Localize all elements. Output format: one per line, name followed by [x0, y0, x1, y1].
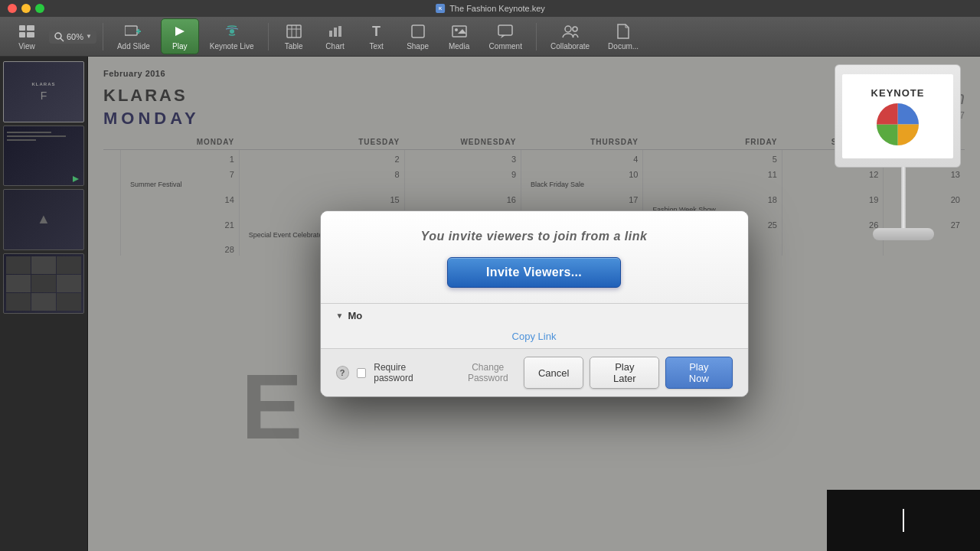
mac-titlebar: K The Fashion Keynote.key	[0, 0, 980, 17]
toolbar-shape-label: Shape	[407, 42, 429, 51]
svg-point-12	[230, 29, 234, 34]
svg-rect-5	[27, 32, 34, 37]
svg-point-22	[455, 28, 458, 31]
svg-rect-2	[19, 25, 25, 31]
close-button[interactable]	[8, 4, 17, 13]
svg-point-6	[55, 33, 61, 39]
toolbar-add-slide[interactable]: Add Slide	[109, 19, 158, 54]
toolbar-view-label: View	[18, 42, 35, 51]
toolbar-add-slide-label: Add Slide	[117, 42, 150, 51]
invite-viewers-button[interactable]: Invite Viewers...	[447, 257, 621, 288]
svg-point-27	[573, 27, 577, 31]
toolbar-divider-2	[268, 23, 269, 51]
toolbar-comment[interactable]: Comment	[482, 19, 530, 54]
svg-rect-18	[334, 28, 337, 37]
toolbar-shape[interactable]: Shape	[399, 19, 437, 54]
maximize-button[interactable]	[35, 4, 44, 13]
toolbar-keynote-live[interactable]: Keynote Live	[202, 19, 262, 54]
toolbar-play[interactable]: Play	[161, 18, 199, 54]
play-later-button[interactable]: Play Later	[590, 357, 659, 389]
toolbar-view[interactable]: View	[8, 19, 46, 54]
content-area: February 2016 KLARAS fashion 2016/2017 M…	[88, 57, 980, 551]
dialog-box: You invite viewers to join from a link I…	[320, 210, 749, 397]
toolbar-comment-label: Comment	[489, 42, 522, 51]
toolbar-chart-label: Chart	[325, 42, 344, 51]
zoom-icon	[54, 31, 64, 42]
add-slide-icon	[124, 22, 142, 41]
svg-rect-13	[287, 25, 301, 37]
toolbar-document-label: Docum...	[608, 42, 639, 51]
svg-rect-24	[498, 25, 512, 35]
section-arrow-icon: ▼	[336, 311, 344, 320]
keynote-file-icon: K	[435, 3, 446, 14]
toolbar-table[interactable]: Table	[275, 19, 313, 54]
toolbar-divider-3	[536, 23, 537, 51]
document-icon	[614, 22, 632, 41]
svg-line-7	[60, 38, 64, 41]
dialog-overlay: You invite viewers to join from a link I…	[88, 57, 980, 551]
slide-thumb-1[interactable]: KLARAS F	[3, 61, 84, 122]
svg-rect-4	[19, 32, 25, 37]
traffic-lights	[8, 4, 44, 13]
svg-rect-3	[27, 25, 34, 31]
dialog-section-header: ▼ Mo	[321, 304, 748, 324]
shape-icon	[409, 22, 427, 41]
chart-icon	[326, 22, 345, 41]
play-now-button[interactable]: Play Now	[665, 357, 732, 389]
toolbar-collaborate[interactable]: Collaborate	[543, 19, 597, 54]
view-icon	[18, 22, 36, 41]
toolbar-document[interactable]: Docum...	[600, 19, 646, 54]
toolbar-media-label: Media	[449, 42, 469, 51]
media-icon	[450, 22, 469, 41]
zoom-dropdown-icon: ▼	[86, 33, 92, 40]
toolbar: View 60% ▼ Add Slide Play	[0, 17, 980, 57]
toolbar-text-label: Text	[369, 42, 383, 51]
cancel-button[interactable]: Cancel	[524, 357, 583, 389]
comment-icon	[496, 22, 514, 41]
copy-link-button[interactable]: Copy Link	[321, 324, 748, 348]
svg-marker-23	[458, 29, 466, 34]
toolbar-table-label: Table	[285, 42, 303, 51]
zoom-value: 60%	[67, 32, 83, 41]
minimize-button[interactable]	[21, 4, 31, 13]
dialog-bottom: ? Require password Change Password Cance…	[321, 348, 748, 396]
require-password-label: Require password	[374, 362, 444, 383]
dialog-section-label: Mo	[348, 310, 362, 321]
dialog-top: You invite viewers to join from a link I…	[321, 211, 748, 304]
svg-rect-20	[412, 25, 424, 37]
slide-panel: KLARAS F ▲	[0, 57, 88, 551]
svg-marker-28	[73, 176, 79, 182]
toolbar-collaborate-label: Collaborate	[550, 42, 590, 51]
slide-thumb-3[interactable]: ▲	[3, 189, 84, 250]
window-title: K The Fashion Keynote.key	[435, 3, 545, 14]
change-password-button[interactable]: Change Password	[452, 362, 524, 383]
toolbar-zoom[interactable]: 60% ▼	[49, 30, 96, 44]
dialog-right-controls: Cancel Play Later Play Now	[524, 357, 733, 389]
help-button[interactable]: ?	[336, 366, 349, 380]
slide-thumb-2[interactable]	[3, 126, 84, 187]
toolbar-keynote-live-label: Keynote Live	[210, 42, 254, 51]
svg-point-26	[565, 26, 571, 32]
collaborate-icon	[561, 22, 580, 41]
svg-marker-11	[175, 27, 185, 36]
dialog-left-controls: ? Require password Change Password	[336, 362, 524, 383]
svg-text:K: K	[439, 6, 443, 11]
play-icon	[171, 22, 189, 41]
keynote-live-icon	[223, 22, 241, 41]
toolbar-text[interactable]: T Text	[358, 19, 396, 54]
main-area: KLARAS F ▲	[0, 57, 980, 551]
svg-rect-17	[329, 31, 332, 37]
toolbar-media[interactable]: Media	[440, 19, 479, 54]
text-icon: T	[368, 22, 386, 41]
toolbar-chart[interactable]: Chart	[316, 19, 354, 54]
slide-thumb-4[interactable]	[3, 253, 84, 315]
svg-rect-19	[338, 26, 341, 37]
toolbar-divider-1	[103, 23, 103, 51]
toolbar-play-label: Play	[172, 42, 187, 51]
table-icon	[285, 22, 303, 41]
svg-rect-8	[125, 26, 137, 35]
require-password-checkbox[interactable]	[357, 368, 366, 378]
dialog-header-text: You invite viewers to join from a link	[344, 230, 725, 243]
